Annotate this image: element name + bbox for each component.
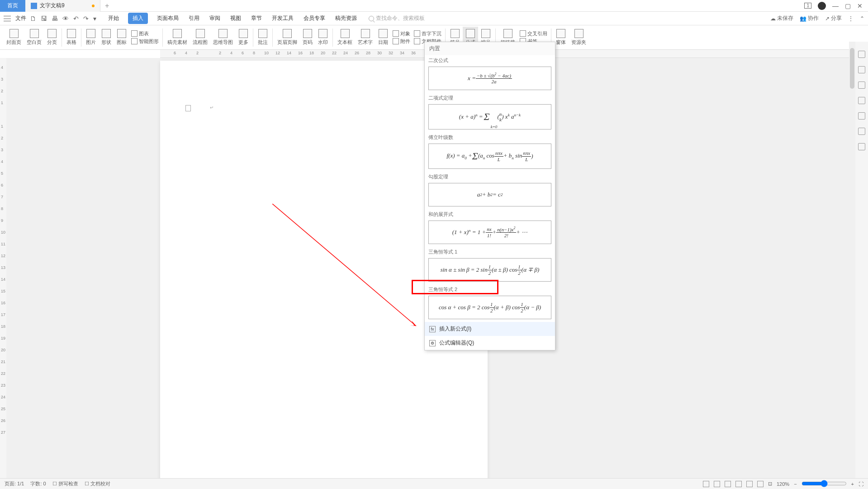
kit-button[interactable]: 窗体 bbox=[553, 27, 569, 48]
side-pen-icon[interactable] bbox=[858, 66, 865, 73]
header-button[interactable]: 页眉页脚 bbox=[275, 27, 300, 48]
undo-icon[interactable]: ↶ bbox=[73, 15, 79, 22]
watermark-button[interactable]: 水印 bbox=[315, 27, 331, 48]
break-button[interactable]: 分页 bbox=[44, 27, 60, 48]
view-outline-icon[interactable] bbox=[725, 481, 731, 487]
shape-button[interactable]: 形状 bbox=[99, 27, 114, 48]
tab-home[interactable]: 首页 bbox=[0, 0, 25, 12]
eq-quadratic[interactable]: x = −b ± √(b2 − 4ac)2a bbox=[428, 67, 551, 90]
share-button[interactable]: ↗ 分享 bbox=[825, 14, 842, 22]
chart-button[interactable]: 图表 bbox=[131, 30, 159, 37]
page-status[interactable]: 页面: 1/1 bbox=[5, 480, 24, 487]
formula-editor[interactable]: ⚙ 公式编辑器(Q) bbox=[425, 336, 555, 350]
view-web-icon[interactable] bbox=[746, 481, 753, 487]
notif-badge[interactable]: 1 bbox=[804, 3, 811, 9]
eq-binomial[interactable]: (x + a)n = Σk=0(nk) xk an−k bbox=[428, 104, 551, 129]
pagenum-button[interactable]: 页码 bbox=[300, 27, 315, 48]
save-icon[interactable]: 🖫 bbox=[41, 15, 47, 22]
search-placeholder: 查找命令、搜索模板 bbox=[376, 14, 425, 22]
wordart-button[interactable]: 艺术字 bbox=[355, 27, 375, 48]
close-icon[interactable]: ✕ bbox=[857, 2, 863, 10]
table-button[interactable]: 表格 bbox=[64, 27, 79, 48]
comment-button[interactable]: 批注 bbox=[255, 27, 270, 48]
scroll-thumb[interactable] bbox=[850, 48, 854, 89]
pic-button[interactable]: 图片 bbox=[83, 27, 99, 48]
more-button[interactable]: 更多 bbox=[236, 27, 251, 48]
file-menu[interactable]: 文件 bbox=[15, 14, 26, 22]
side-more-icon[interactable] bbox=[858, 143, 865, 150]
side-palette-icon[interactable] bbox=[858, 51, 865, 58]
insert-new-formula[interactable]: fx 插入新公式(I) bbox=[425, 322, 555, 336]
avatar[interactable] bbox=[818, 2, 826, 10]
attach-button[interactable]: 附件 bbox=[393, 38, 410, 45]
material-button[interactable]: 稿壳素材 bbox=[165, 27, 190, 48]
object-button[interactable]: 对象 bbox=[393, 30, 410, 37]
zoom-fit-icon[interactable]: ⊡ bbox=[768, 481, 772, 487]
tab-ref[interactable]: 引用 bbox=[188, 13, 200, 24]
textbox-button[interactable]: 文本框 bbox=[335, 27, 355, 48]
tab-review[interactable]: 审阅 bbox=[209, 13, 221, 24]
dropcap-button[interactable]: 首字下沉 bbox=[414, 30, 441, 37]
zoom-slider[interactable] bbox=[802, 480, 847, 487]
side-help-icon[interactable] bbox=[858, 112, 865, 120]
flow-button[interactable]: 流程图 bbox=[190, 27, 210, 48]
blank-button[interactable]: 空白页 bbox=[24, 27, 44, 48]
zoom-level[interactable]: 120% bbox=[777, 481, 789, 487]
collapse-icon[interactable]: ⌃ bbox=[860, 15, 864, 22]
print-icon[interactable]: 🖶 bbox=[52, 15, 58, 22]
tab-layout[interactable]: 页面布局 bbox=[156, 13, 180, 24]
date-button[interactable]: 日期 bbox=[375, 27, 391, 48]
tab-section[interactable]: 章节 bbox=[250, 13, 263, 24]
eq-fourier[interactable]: f(x) = a0 + Σ(an cosnπxL + bn sinnπxL) bbox=[428, 144, 551, 169]
formula-dropdown: 内置 二次公式 x = −b ± √(b2 − 4ac)2a 二项式定理 (x … bbox=[424, 42, 555, 350]
smart-button[interactable]: 智能图形 bbox=[131, 38, 159, 45]
tab-view[interactable]: 视图 bbox=[229, 13, 242, 24]
vertical-scrollbar[interactable] bbox=[849, 42, 855, 478]
view-read-icon[interactable] bbox=[735, 481, 742, 487]
tab-start[interactable]: 开始 bbox=[107, 13, 120, 24]
icon-button[interactable]: 图标 bbox=[114, 27, 129, 48]
view-eye-icon[interactable] bbox=[703, 481, 709, 487]
redo-icon[interactable]: ↷ bbox=[83, 15, 89, 22]
minimize-icon[interactable]: — bbox=[832, 2, 839, 10]
crossref-button[interactable]: 交叉引用 bbox=[520, 30, 547, 37]
tab-insert[interactable]: 插入 bbox=[128, 13, 148, 24]
zoom-out[interactable]: − bbox=[794, 481, 797, 487]
search-box[interactable]: 查找命令、搜索模板 bbox=[369, 14, 425, 22]
eq-label-quad: 二次公式 bbox=[425, 55, 555, 66]
dropdown-icon[interactable]: ▾ bbox=[93, 15, 96, 22]
coop-button[interactable]: 👥 协作 bbox=[800, 14, 819, 22]
eq-trig2[interactable]: cos α + cos β = 2 cos12(α + β) cos12(α −… bbox=[428, 296, 551, 319]
unsaved-status[interactable]: ☁ 未保存 bbox=[770, 14, 793, 22]
hamburger-icon[interactable] bbox=[4, 16, 11, 21]
tab-add[interactable]: + bbox=[100, 0, 114, 12]
new-icon[interactable]: 🗋 bbox=[30, 15, 36, 22]
eq-expansion[interactable]: (1 + x)n = 1 + nx1! + n(n−1)x22! + ⋯ bbox=[428, 221, 551, 244]
word-count[interactable]: 字数: 0 bbox=[30, 480, 46, 487]
tab-vip[interactable]: 会员专享 bbox=[303, 13, 326, 24]
search-icon bbox=[369, 16, 374, 21]
tab-res[interactable]: 稿壳资源 bbox=[334, 13, 358, 24]
view-focus-icon[interactable] bbox=[757, 481, 764, 487]
maximize-icon[interactable]: ▢ bbox=[845, 2, 851, 10]
view-page-icon[interactable] bbox=[714, 481, 720, 487]
fullscreen-icon[interactable]: ⛶ bbox=[859, 481, 863, 487]
unsaved-dot bbox=[92, 5, 95, 7]
spell-check[interactable]: ☐ 拼写检查 bbox=[52, 480, 78, 487]
titlebar: 首页 文字文稿9 + 1 — ▢ ✕ bbox=[0, 0, 868, 12]
eq-trig1[interactable]: sin α ± sin β = 2 sin12(α ± β) cos12(α ∓… bbox=[428, 258, 551, 282]
eq-pythagoras[interactable]: a2 + b2 = c2 bbox=[428, 183, 551, 206]
tab-document[interactable]: 文字文稿9 bbox=[25, 0, 100, 12]
side-tool-icon[interactable] bbox=[858, 128, 865, 135]
resource-button[interactable]: 资源夹 bbox=[569, 27, 589, 48]
cover-button[interactable]: 封面页 bbox=[4, 27, 24, 48]
vertical-ruler[interactable]: 4321 1234 5678 9101112 13141516 17181920… bbox=[0, 58, 6, 478]
side-settings-icon[interactable] bbox=[858, 97, 865, 104]
side-select-icon[interactable] bbox=[858, 82, 865, 89]
tab-dev[interactable]: 开发工具 bbox=[271, 13, 294, 24]
more-icon[interactable]: ⋮ bbox=[848, 15, 854, 22]
zoom-in[interactable]: + bbox=[851, 481, 854, 487]
mind-button[interactable]: 思维导图 bbox=[210, 27, 236, 48]
preview-icon[interactable]: 👁 bbox=[62, 15, 69, 22]
doc-proof[interactable]: ☐ 文档校对 bbox=[85, 480, 110, 487]
